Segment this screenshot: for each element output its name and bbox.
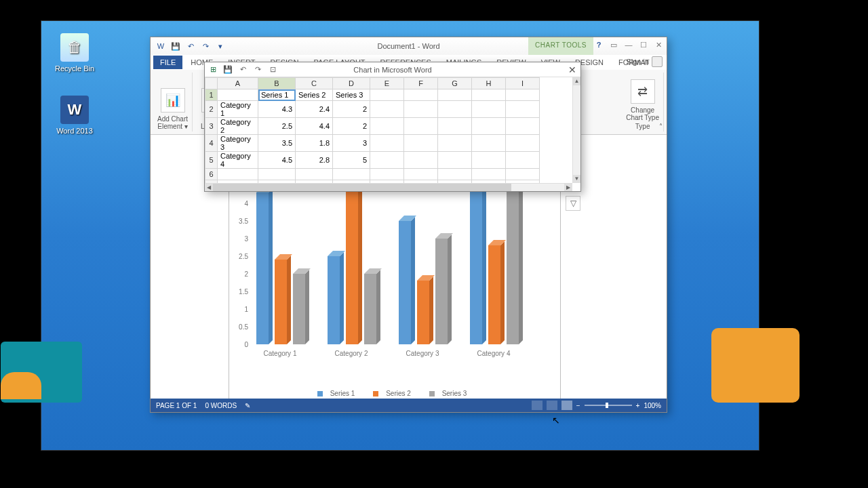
- cell-b2[interactable]: 4.3: [258, 101, 296, 118]
- chart-bars: [256, 168, 541, 344]
- zoom-level[interactable]: 100%: [644, 402, 661, 409]
- word-count[interactable]: 0 WORDS: [205, 402, 237, 409]
- signin-label: Sign in: [626, 58, 649, 66]
- col-header-g[interactable]: G: [438, 78, 472, 89]
- col-header-h[interactable]: H: [472, 78, 506, 89]
- col-header-a[interactable]: A: [218, 78, 258, 89]
- row-header-1[interactable]: 1: [205, 89, 218, 101]
- recycle-bin-icon[interactable]: 🗑Recycle Bin: [51, 33, 98, 73]
- titlebar: W 💾 ↶ ↷ ▾ Document1 - Word CHART TOOLS ?…: [151, 37, 667, 55]
- cell-b4[interactable]: 3.5: [258, 135, 296, 152]
- cell-d5[interactable]: 5: [333, 152, 370, 169]
- add-chart-element-button[interactable]: 📊Add Chart Element ▾: [153, 73, 193, 131]
- change-chart-type-label: Change Chart Type: [626, 106, 659, 121]
- cell-a4[interactable]: Category 3: [218, 135, 258, 152]
- cell-b1[interactable]: Series 1: [258, 89, 296, 101]
- redo-icon[interactable]: ↷: [199, 40, 212, 52]
- zoom-out-button[interactable]: −: [576, 402, 580, 409]
- excel-icon: ⊞: [208, 64, 218, 75]
- chart-filters-icon[interactable]: ▽: [566, 196, 580, 211]
- y-axis: 54.543.532.521.510.50: [232, 168, 248, 344]
- print-layout-icon[interactable]: [547, 401, 557, 410]
- row-header-4[interactable]: 4: [205, 135, 218, 152]
- row-header-5[interactable]: 5: [205, 152, 218, 169]
- cell-b5[interactable]: 4.5: [258, 152, 296, 169]
- redo-icon[interactable]: ↷: [252, 64, 263, 75]
- maximize-icon[interactable]: ☐: [638, 40, 649, 49]
- statusbar: PAGE 1 OF 1 0 WORDS ✎ − + 100%: [151, 399, 667, 412]
- chart-data-titlebar: ⊞ 💾 ↶ ↷ ⊡ Chart in Microsoft Word ✕: [205, 62, 580, 77]
- web-layout-icon[interactable]: [561, 401, 572, 410]
- cell-a2[interactable]: Category 1: [218, 101, 258, 118]
- zoom-in-button[interactable]: +: [636, 402, 640, 409]
- close-icon[interactable]: ✕: [568, 64, 576, 75]
- cell-c1[interactable]: Series 2: [296, 89, 333, 101]
- row-header-2[interactable]: 2: [205, 101, 218, 118]
- word-shortcut-label: Word 2013: [51, 127, 98, 135]
- legend-s3: Series 3: [442, 390, 467, 397]
- zoom-slider[interactable]: [585, 405, 632, 406]
- cell-a1[interactable]: [218, 89, 258, 101]
- window-title: Document1 - Word: [377, 42, 439, 50]
- col-header-i[interactable]: I: [506, 78, 540, 89]
- decor: [711, 328, 800, 403]
- chart-data-title: Chart in Microsoft Word: [353, 66, 431, 74]
- close-icon[interactable]: ✕: [653, 40, 664, 49]
- cell-d2[interactable]: 2: [333, 101, 370, 118]
- cell-a5[interactable]: Category 4: [218, 152, 258, 169]
- col-header-b[interactable]: B: [258, 78, 296, 89]
- undo-icon[interactable]: ↶: [184, 40, 197, 52]
- undo-icon[interactable]: ↶: [237, 64, 248, 75]
- decor: [1, 372, 41, 399]
- type-group-label: Type: [635, 123, 650, 130]
- chart-data-window: ⊞ 💾 ↶ ↷ ⊡ Chart in Microsoft Word ✕ A B …: [204, 62, 581, 192]
- select-all-corner[interactable]: [205, 78, 218, 89]
- cell-c3[interactable]: 4.4: [296, 118, 333, 135]
- proofing-icon[interactable]: ✎: [245, 402, 250, 409]
- cell-b3[interactable]: 2.5: [258, 118, 296, 135]
- change-chart-type-button[interactable]: ⇄Change Chart Type Type: [622, 73, 664, 131]
- col-header-e[interactable]: E: [370, 78, 404, 89]
- vertical-scrollbar[interactable]: ▲▼: [572, 77, 580, 183]
- col-header-d[interactable]: D: [333, 78, 370, 89]
- chart-plot-area[interactable]: 54.543.532.521.510.50 Category 1Category…: [250, 168, 541, 358]
- col-header-c[interactable]: C: [296, 78, 333, 89]
- minimize-icon[interactable]: —: [623, 40, 634, 49]
- cell-c2[interactable]: 2.4: [296, 101, 333, 118]
- avatar-icon: [652, 56, 663, 67]
- word-icon: W: [155, 40, 167, 52]
- cell-c5[interactable]: 2.8: [296, 152, 333, 169]
- qat-customize-icon[interactable]: ▾: [214, 40, 226, 52]
- chart-legend[interactable]: Series 1 Series 2 Series 3: [229, 390, 560, 397]
- cell-c4[interactable]: 1.8: [296, 135, 333, 152]
- save-icon[interactable]: 💾: [170, 40, 182, 52]
- horizontal-scrollbar[interactable]: ◀▶: [205, 183, 572, 191]
- cell-a3[interactable]: Category 2: [218, 118, 258, 135]
- chart-tools-tab[interactable]: CHART TOOLS: [528, 37, 593, 55]
- word-shortcut-icon[interactable]: WWord 2013: [51, 96, 98, 135]
- page-indicator[interactable]: PAGE 1 OF 1: [156, 402, 197, 409]
- data-grid[interactable]: A B C D E F G H I 1Series 1Series 2Serie…: [205, 77, 572, 183]
- add-chart-element-label: Add Chart Element ▾: [157, 115, 188, 130]
- ribbon-options-icon[interactable]: ▭: [608, 40, 619, 49]
- help-icon[interactable]: ?: [593, 40, 604, 49]
- cell-d3[interactable]: 2: [333, 118, 370, 135]
- save-icon[interactable]: 💾: [222, 64, 233, 75]
- recycle-bin-label: Recycle Bin: [51, 64, 98, 73]
- collapse-ribbon-icon[interactable]: ˄: [659, 123, 663, 130]
- tab-file[interactable]: FILE: [153, 56, 182, 69]
- col-header-f[interactable]: F: [404, 78, 438, 89]
- mouse-cursor-icon: ↖: [552, 415, 560, 426]
- row-header-6[interactable]: 6: [205, 169, 218, 180]
- cell-d1[interactable]: Series 3: [333, 89, 370, 101]
- edit-in-excel-icon[interactable]: ⊡: [267, 64, 278, 75]
- desktop: 🗑Recycle Bin WWord 2013 W 💾 ↶ ↷ ▾ Docume…: [41, 20, 760, 451]
- read-mode-icon[interactable]: [532, 401, 542, 410]
- signin[interactable]: Sign in: [626, 56, 663, 67]
- row-header-3[interactable]: 3: [205, 118, 218, 135]
- legend-s2: Series 2: [386, 390, 411, 397]
- legend-s1: Series 1: [330, 390, 355, 397]
- cell-d4[interactable]: 3: [333, 135, 370, 152]
